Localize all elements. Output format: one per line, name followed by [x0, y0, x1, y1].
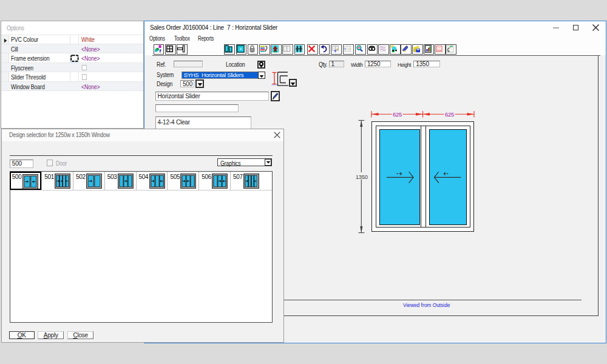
svg-text:625: 625: [393, 111, 402, 118]
svg-text:625: 625: [445, 111, 454, 118]
svg-text:1350: 1350: [356, 174, 368, 180]
